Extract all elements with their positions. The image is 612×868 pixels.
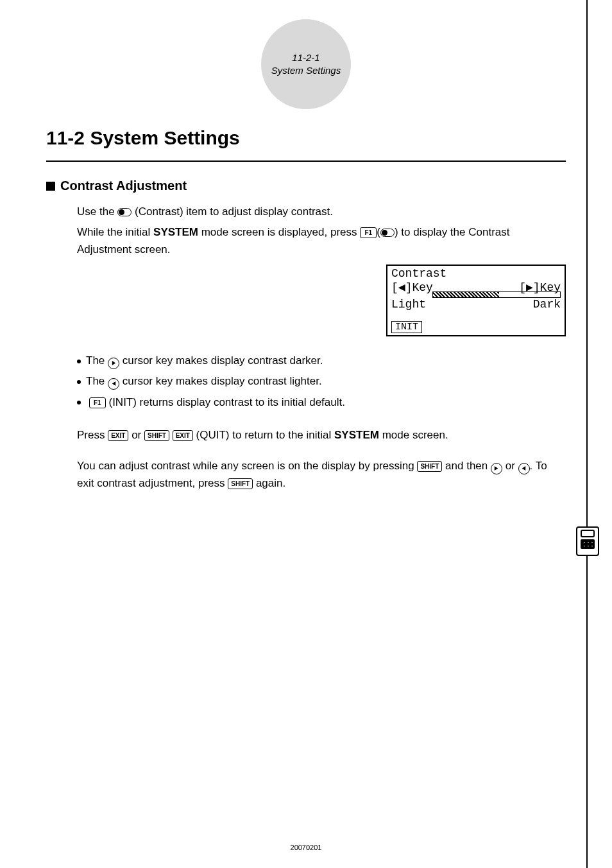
exit-key-icon: EXIT: [173, 430, 193, 441]
page-header-badge: 11-2-1 System Settings: [261, 19, 351, 109]
lcd-dark-label: Dark: [533, 298, 561, 311]
bullet-3: F1 (INIT) returns display contrast to it…: [77, 392, 566, 413]
paragraph-4: You can adjust contrast while any screen…: [77, 458, 566, 492]
paragraph-2: While the initial SYSTEM mode screen is …: [77, 224, 566, 258]
lcd-contrast-bar: [432, 291, 561, 298]
right-arrow-key-icon: [108, 358, 119, 369]
section-heading-text: Contrast Adjustment: [60, 178, 187, 193]
bullet-list: The cursor key makes display contrast da…: [77, 351, 566, 413]
paragraph-1: Use the (Contrast) item to adjust displa…: [77, 204, 566, 220]
f1-key-icon: F1: [89, 397, 106, 408]
footer-code: 20070201: [0, 844, 612, 851]
shift-key-icon: SHIFT: [144, 430, 169, 441]
exit-key-icon: EXIT: [108, 430, 128, 441]
contrast-lens-icon: [117, 208, 132, 216]
shift-key-icon: SHIFT: [228, 478, 253, 489]
bullet-2: The cursor key makes display contrast li…: [77, 371, 566, 392]
square-bullet-icon: [46, 182, 55, 191]
paragraph-3: Press EXIT or SHIFT EXIT (QUIT) to retur…: [77, 427, 566, 444]
bullet-1: The cursor key makes display contrast da…: [77, 351, 566, 371]
bullet-icon: [77, 401, 81, 404]
lcd-init-button: INIT: [391, 321, 422, 333]
lcd-light-label: Light: [391, 298, 426, 311]
lcd-title: Contrast: [387, 266, 565, 280]
f1-key-icon: F1: [360, 227, 377, 238]
page-right-rule: [586, 0, 588, 868]
header-line2: System Settings: [271, 64, 341, 77]
bullet-icon: [77, 360, 81, 363]
svg-marker-3: [522, 466, 525, 471]
section-heading: Contrast Adjustment: [46, 178, 566, 193]
lcd-left-key: [◀]Key: [391, 280, 433, 294]
left-arrow-key-icon: [108, 378, 119, 390]
lcd-screenshot: Contrast [◀]Key [▶]Key Light Dark INIT: [386, 265, 566, 336]
calculator-screen-icon: [581, 530, 595, 537]
bullet-icon: [77, 380, 81, 384]
contrast-lens-icon: [380, 229, 395, 237]
calculator-model-icon: [576, 526, 599, 556]
chapter-title: 11-2 System Settings: [46, 127, 566, 149]
right-arrow-key-icon: [491, 463, 502, 474]
calculator-keypad-icon: [581, 539, 595, 549]
svg-marker-2: [495, 466, 498, 471]
header-line1: 11-2-1: [292, 51, 319, 64]
svg-marker-1: [112, 381, 115, 386]
svg-marker-0: [112, 361, 115, 365]
title-underline: [46, 161, 566, 162]
shift-key-icon: SHIFT: [417, 461, 442, 472]
left-arrow-key-icon: [518, 463, 530, 474]
